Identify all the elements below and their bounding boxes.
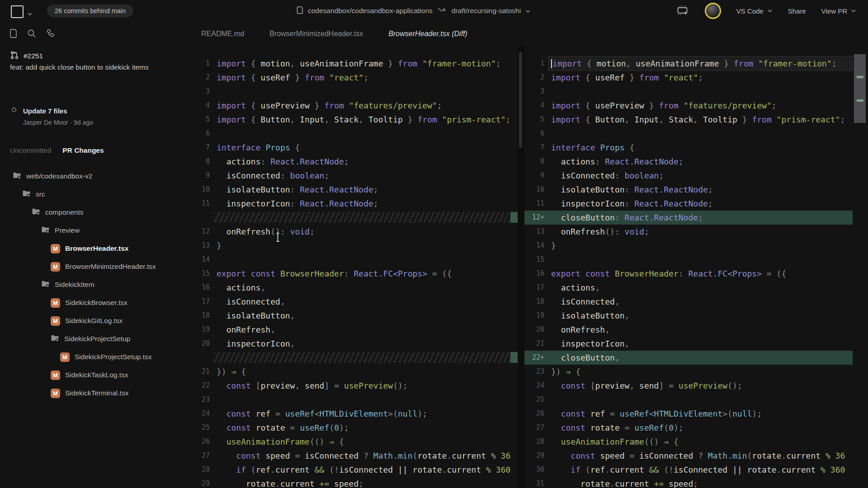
line-number[interactable]: 27 — [524, 421, 548, 435]
line-number[interactable]: 23 — [190, 393, 214, 407]
code-text[interactable]: onRefresh, — [214, 323, 518, 337]
line-number[interactable]: 11 — [190, 197, 214, 211]
tree-item[interactable]: SidekickItem — [0, 276, 190, 294]
code-line[interactable]: 9 isConnected: boolean; — [190, 169, 518, 183]
line-number[interactable]: 21 — [190, 365, 214, 379]
code-text[interactable]: const rotate = useRef(0); — [548, 421, 853, 435]
tree-item[interactable]: components — [0, 203, 190, 221]
code-line[interactable]: 28 useAnimationFrame(() ⇒ { — [524, 435, 853, 449]
code-line[interactable]: 26 useAnimationFrame(() ⇒ { — [190, 435, 518, 449]
tree-item[interactable]: MSidekickTerminal.tsx — [0, 384, 190, 402]
code-text[interactable]: }) ⇒ { — [548, 365, 853, 379]
code-text[interactable] — [548, 84, 853, 99]
code-line[interactable]: 13 onRefresh(): void; — [524, 225, 853, 239]
code-text[interactable] — [548, 393, 853, 407]
code-line[interactable]: 7interface Props { — [190, 141, 518, 155]
code-line[interactable]: 11 inspectorIcon: React.ReactNode; — [524, 197, 853, 211]
code-text[interactable]: onRefresh(): void; — [548, 225, 853, 239]
code-text[interactable] — [548, 253, 853, 267]
code-line[interactable]: 24 const ref = useRef<HTMLDivElement>(nu… — [190, 407, 518, 421]
line-number[interactable]: 20 — [524, 323, 548, 337]
code-text[interactable]: import { motion, useAnimationFrame } fro… — [548, 56, 853, 70]
code-text[interactable] — [214, 253, 518, 267]
code-line[interactable]: 22+ closeButton, — [524, 351, 853, 365]
line-number[interactable]: 22 — [190, 379, 214, 393]
code-line[interactable]: 22 const [preview, send] = usePreview(); — [190, 379, 518, 393]
file-icon[interactable] — [9, 28, 18, 41]
pr-header[interactable]: #2251 — [10, 51, 43, 61]
code-line[interactable]: 20 inspectorIcon, — [190, 337, 518, 351]
code-text[interactable]: import { useRef } from "react"; — [548, 70, 853, 84]
line-number[interactable]: 5 — [524, 113, 548, 127]
line-number[interactable]: 4 — [524, 99, 548, 113]
code-text[interactable]: rotate.current += speed; — [214, 477, 518, 488]
code-line[interactable]: 5import { Button, Input, Stack, Tooltip … — [190, 113, 518, 127]
code-line[interactable]: 7interface Props { — [524, 141, 853, 155]
commit-item[interactable]: Update 7 files — [11, 107, 67, 115]
code-text[interactable] — [214, 127, 518, 141]
tree-item[interactable]: SidekickProjectSetup — [0, 330, 190, 348]
tree-item[interactable]: MBrowserHeader.tsx — [0, 239, 190, 258]
line-number[interactable]: 25 — [190, 421, 214, 435]
code-line[interactable]: 17 isConnected, — [190, 295, 518, 309]
editor-tab[interactable]: BrowserHeader.tsx (Diff) — [388, 30, 467, 38]
line-number[interactable]: 7 — [524, 141, 548, 155]
line-number[interactable]: 16 — [524, 267, 548, 281]
code-text[interactable]: import { motion, useAnimationFrame } fro… — [214, 56, 518, 70]
code-text[interactable]: closeButton: React.ReactNode; — [548, 211, 853, 225]
code-line[interactable]: 29 rotate.current += speed; — [190, 477, 518, 488]
tree-item[interactable]: MSidekickBrowser.tsx — [0, 294, 190, 312]
line-number[interactable]: 6 — [524, 127, 548, 141]
code-line[interactable]: 29 const speed = isConnected ? Math.min(… — [524, 449, 853, 463]
screen-add-icon[interactable] — [676, 4, 689, 18]
line-number[interactable]: 16 — [190, 281, 214, 295]
editor-tab[interactable]: BrowserMinimizedHeader.tsx — [269, 30, 363, 38]
code-line[interactable]: 4import { usePreview } from "features/pr… — [524, 99, 853, 113]
code-line[interactable]: 21 inspectorIcon, — [524, 337, 853, 351]
code-line[interactable]: 16 actions, — [190, 281, 518, 295]
git-graph-icon[interactable] — [45, 28, 56, 41]
code-line[interactable]: 24 const [preview, send] = usePreview(); — [524, 379, 853, 393]
code-text[interactable]: actions: React.ReactNode; — [548, 155, 853, 169]
commits-behind-badge[interactable]: 26 commits behind main — [47, 5, 133, 17]
code-text[interactable]: actions: React.ReactNode; — [214, 155, 518, 169]
code-text[interactable]: import { Button, Input, Stack, Tooltip }… — [548, 113, 853, 127]
code-line[interactable]: 5import { Button, Input, Stack, Tooltip … — [524, 113, 853, 127]
code-line[interactable]: 30 if (ref.current && (!isConnected || r… — [524, 463, 853, 477]
line-number[interactable]: 10 — [524, 183, 548, 197]
code-text[interactable]: if (ref.current && (!isConnected || rota… — [548, 463, 853, 477]
code-line[interactable]: 10 isolateButton: React.ReactNode; — [190, 183, 518, 197]
code-text[interactable]: isConnected, — [548, 295, 853, 309]
code-text[interactable]: isConnected: boolean; — [214, 169, 518, 183]
code-text[interactable]: inspectorIcon: React.ReactNode; — [214, 197, 518, 211]
line-number[interactable]: 1 — [524, 56, 548, 70]
code-line[interactable]: 1import { motion, useAnimationFrame } fr… — [524, 56, 853, 70]
line-number[interactable] — [190, 211, 214, 225]
chevron-down-icon[interactable] — [525, 7, 531, 15]
code-text[interactable]: useAnimationFrame(() ⇒ { — [548, 435, 853, 449]
code-text[interactable]: isolateButton: React.ReactNode; — [548, 183, 853, 197]
line-number[interactable]: 30 — [524, 463, 548, 477]
code-text[interactable]: rotate.current += speed; — [548, 477, 853, 488]
line-number[interactable]: 12+ — [524, 211, 548, 225]
code-text[interactable]: import { useRef } from "react"; — [214, 70, 518, 84]
code-text[interactable]: } — [548, 239, 853, 253]
code-text[interactable]: closeButton, — [548, 351, 853, 365]
code-line[interactable]: 12 onRefresh(): void; — [190, 225, 518, 239]
line-number[interactable] — [190, 351, 214, 365]
code-text[interactable]: const ref = useRef<HTMLDivElement>(null)… — [548, 407, 853, 421]
code-line[interactable]: 23 — [190, 393, 518, 407]
line-number[interactable]: 5 — [190, 113, 214, 127]
code-text[interactable]: export const BrowserHeader: React.FC<Pro… — [214, 267, 518, 281]
code-text[interactable]: onRefresh(): void; — [214, 225, 518, 239]
line-number[interactable]: 15 — [190, 267, 214, 281]
line-number[interactable]: 8 — [524, 155, 548, 169]
code-text[interactable]: }) ⇒ { — [214, 365, 518, 379]
tree-item[interactable]: MSidekickProjectSetup.tsx — [0, 348, 190, 366]
line-number[interactable]: 14 — [190, 253, 214, 267]
code-text[interactable]: onRefresh, — [548, 323, 853, 337]
line-number[interactable]: 17 — [524, 281, 548, 295]
vscode-button[interactable]: VS Code — [736, 7, 773, 15]
line-number[interactable]: 31 — [524, 477, 548, 488]
code-text[interactable]: const [preview, send] = usePreview(); — [214, 379, 518, 393]
